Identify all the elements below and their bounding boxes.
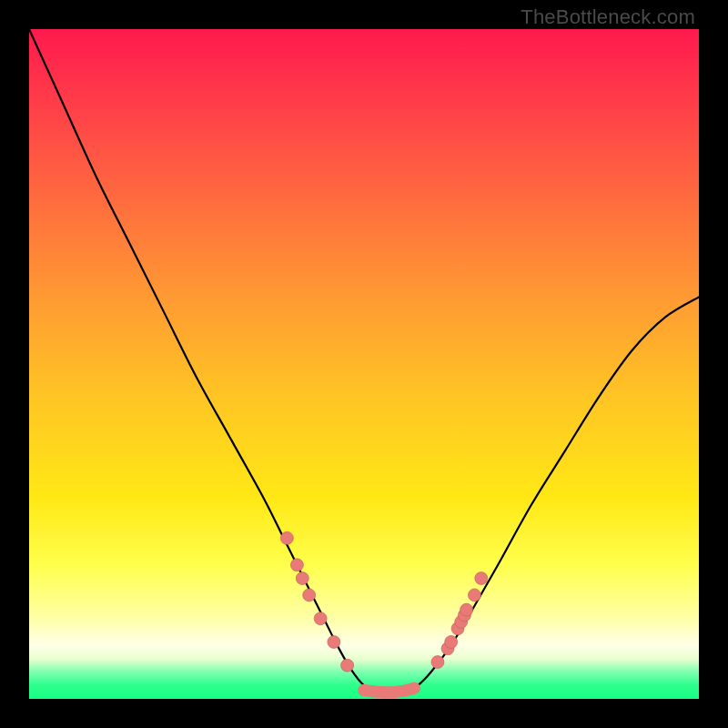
watermark-text: TheBottleneck.com xyxy=(521,5,695,29)
bottleneck-curve xyxy=(29,29,699,693)
data-point xyxy=(445,635,458,648)
data-point xyxy=(290,559,303,571)
data-point xyxy=(328,635,340,648)
data-point xyxy=(303,589,316,602)
chart-frame: TheBottleneck.com xyxy=(0,0,728,728)
data-point xyxy=(409,682,420,694)
data-point xyxy=(369,685,380,697)
data-point xyxy=(296,572,308,585)
curve-layer xyxy=(29,29,699,699)
data-point xyxy=(359,684,370,696)
data-point xyxy=(341,659,354,672)
data-point xyxy=(431,656,444,669)
data-markers xyxy=(280,531,487,698)
data-point xyxy=(460,603,473,616)
data-point xyxy=(468,589,480,602)
data-point xyxy=(475,572,488,585)
data-point xyxy=(389,686,400,698)
data-point xyxy=(280,531,293,544)
plot-area xyxy=(29,29,699,699)
data-point xyxy=(399,685,410,697)
data-point xyxy=(314,612,327,625)
